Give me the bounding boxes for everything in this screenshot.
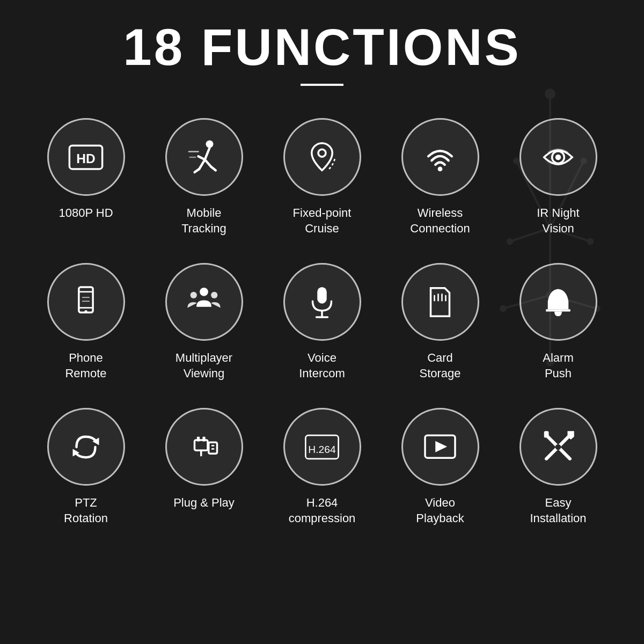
svg-point-39	[200, 288, 208, 296]
title-divider	[301, 84, 343, 86]
fixed-point-cruise-label: Fixed-pointCruise	[293, 206, 352, 236]
function-fixed-point-cruise: Fixed-pointCruise	[268, 118, 376, 236]
card-storage-icon	[421, 283, 459, 321]
function-card-storage: CardStorage	[386, 263, 494, 381]
svg-point-41	[211, 291, 217, 298]
mobile-tracking-icon-circle	[165, 118, 243, 196]
function-voice-intercom: VoiceIntercom	[268, 263, 376, 381]
voice-intercom-icon	[303, 283, 341, 321]
hd-label: 1080P HD	[58, 206, 113, 221]
mobile-tracking-label: MobileTracking	[181, 206, 226, 236]
hd-icon: HD	[67, 138, 105, 176]
function-easy-installation: EasyInstallation	[504, 408, 612, 526]
ptz-rotation-icon-circle	[47, 408, 125, 486]
svg-rect-65	[544, 431, 549, 437]
h264-label: H.264compression	[289, 495, 356, 526]
ptz-rotation-icon	[67, 428, 105, 466]
svg-rect-55	[209, 442, 217, 453]
svg-line-21	[205, 148, 210, 159]
function-h264: H.264 H.264compression	[268, 408, 376, 526]
function-plug-play: Plug & Play	[150, 408, 258, 526]
plug-play-label: Plug & Play	[173, 495, 235, 511]
svg-rect-52	[197, 437, 200, 442]
functions-grid: HD 1080P HD	[32, 118, 612, 526]
video-playback-label: VideoPlayback	[416, 495, 464, 526]
ir-night-vision-icon-circle	[519, 118, 597, 196]
alarm-push-icon	[539, 283, 577, 321]
page-container: 18 FUNCTIONS HD 1080P HD	[0, 0, 644, 644]
video-playback-icon	[421, 428, 459, 466]
phone-remote-label: PhoneRemote	[65, 350, 106, 381]
function-ir-night-vision: IR NightVision	[504, 118, 612, 236]
svg-text:HD: HD	[76, 151, 95, 165]
multiplayer-viewing-label: MultiplayerViewing	[175, 350, 232, 381]
function-hd: HD 1080P HD	[32, 118, 140, 236]
svg-point-29	[318, 149, 326, 157]
easy-installation-icon-circle	[519, 408, 597, 486]
video-playback-icon-circle	[401, 408, 479, 486]
svg-point-36	[84, 310, 87, 313]
fixed-point-cruise-icon-circle	[283, 118, 361, 196]
ptz-rotation-label: PTZRotation	[64, 495, 108, 526]
ir-night-vision-icon	[539, 138, 577, 176]
h264-icon-circle: H.264	[283, 408, 361, 486]
function-ptz-rotation: PTZRotation	[32, 408, 140, 526]
alarm-push-icon-circle	[519, 263, 597, 341]
h264-icon: H.264	[303, 428, 341, 466]
svg-line-25	[205, 159, 211, 166]
svg-point-40	[191, 291, 197, 298]
svg-point-32	[555, 154, 561, 160]
plug-play-icon-circle	[165, 408, 243, 486]
function-multiplayer-viewing: MultiplayerViewing	[150, 263, 258, 381]
alarm-push-label: AlarmPush	[543, 350, 573, 381]
easy-installation-label: EasyInstallation	[530, 495, 586, 526]
fixed-point-cruise-icon	[303, 138, 341, 176]
hd-icon-circle: HD	[47, 118, 125, 196]
svg-point-64	[555, 444, 561, 450]
svg-line-23	[199, 159, 205, 169]
card-storage-icon-circle	[401, 263, 479, 341]
multiplayer-viewing-icon-circle	[165, 263, 243, 341]
svg-line-26	[211, 166, 216, 170]
multiplayer-viewing-icon	[185, 283, 223, 321]
wireless-connection-label: WirelessConnection	[410, 206, 470, 236]
ir-night-vision-label: IR NightVision	[537, 206, 579, 236]
easy-installation-icon	[539, 428, 577, 466]
function-alarm-push: AlarmPush	[504, 263, 612, 381]
svg-line-24	[195, 169, 200, 172]
phone-remote-icon-circle	[47, 263, 125, 341]
voice-intercom-icon-circle	[283, 263, 361, 341]
wireless-connection-icon	[421, 138, 459, 176]
svg-rect-42	[317, 287, 327, 304]
svg-rect-51	[195, 440, 208, 450]
svg-rect-53	[202, 437, 205, 442]
function-video-playback: VideoPlayback	[386, 408, 494, 526]
card-storage-label: CardStorage	[419, 350, 460, 381]
function-wireless-connection: WirelessConnection	[386, 118, 494, 236]
wireless-connection-icon-circle	[401, 118, 479, 196]
voice-intercom-label: VoiceIntercom	[299, 350, 345, 381]
svg-point-30	[438, 166, 443, 171]
function-phone-remote: PhoneRemote	[32, 263, 140, 381]
phone-remote-icon	[67, 283, 105, 321]
svg-text:H.264: H.264	[308, 443, 336, 455]
plug-play-icon	[185, 428, 223, 466]
svg-point-7	[545, 89, 555, 99]
svg-marker-61	[435, 441, 447, 452]
svg-rect-33	[79, 287, 93, 312]
function-mobile-tracking: MobileTracking	[150, 118, 258, 236]
mobile-tracking-icon	[185, 138, 223, 176]
page-title: 18 FUNCTIONS	[123, 21, 521, 73]
